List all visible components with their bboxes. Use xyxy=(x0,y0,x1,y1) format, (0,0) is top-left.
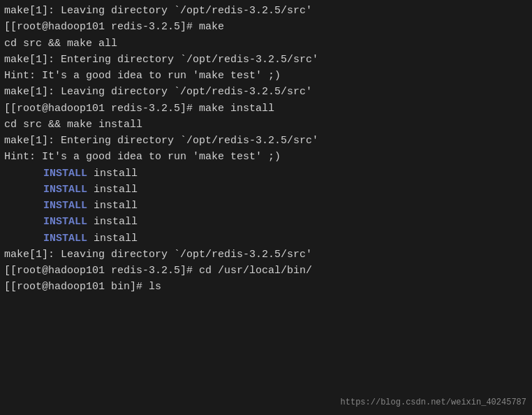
terminal-line: INSTALL install xyxy=(4,198,528,214)
terminal-window: make[1]: Leaving directory `/opt/redis-3… xyxy=(0,0,532,415)
terminal-line: make[1]: Leaving directory `/opt/redis-3… xyxy=(4,84,528,100)
install-rest: install xyxy=(87,233,138,245)
install-rest: install xyxy=(87,200,138,212)
watermark: https://blog.csdn.net/weixin_40245787 xyxy=(341,396,526,409)
install-keyword: INSTALL xyxy=(43,200,87,212)
install-keyword: INSTALL xyxy=(43,184,87,196)
terminal-line: [[root@hadoop101 redis-3.2.5]# cd /usr/l… xyxy=(4,263,528,279)
terminal-line: make[1]: Entering directory `/opt/redis-… xyxy=(4,133,528,149)
terminal-line: INSTALL install xyxy=(4,182,528,198)
terminal-line: Hint: It's a good idea to run 'make test… xyxy=(4,149,528,165)
terminal-line: cd src && make install xyxy=(4,117,528,133)
install-keyword: INSTALL xyxy=(43,233,87,245)
install-rest: install xyxy=(87,216,138,228)
terminal-line: INSTALL install xyxy=(4,166,528,182)
terminal-line: make[1]: Entering directory `/opt/redis-… xyxy=(4,52,528,68)
install-keyword: INSTALL xyxy=(43,216,87,228)
install-keyword: INSTALL xyxy=(43,168,87,180)
terminal-line: [[root@hadoop101 redis-3.2.5]# make xyxy=(4,19,528,35)
terminal-line: Hint: It's a good idea to run 'make test… xyxy=(4,68,528,84)
terminal-line: [[root@hadoop101 redis-3.2.5]# make inst… xyxy=(4,101,528,117)
install-rest: install xyxy=(87,184,138,196)
terminal-line: INSTALL install xyxy=(4,231,528,247)
terminal-line: make[1]: Leaving directory `/opt/redis-3… xyxy=(4,3,528,19)
terminal-line: cd src && make all xyxy=(4,36,528,52)
install-rest: install xyxy=(87,168,138,180)
terminal-line: INSTALL install xyxy=(4,214,528,230)
terminal-line: [[root@hadoop101 bin]# ls xyxy=(4,279,528,295)
terminal-line: make[1]: Leaving directory `/opt/redis-3… xyxy=(4,247,528,263)
